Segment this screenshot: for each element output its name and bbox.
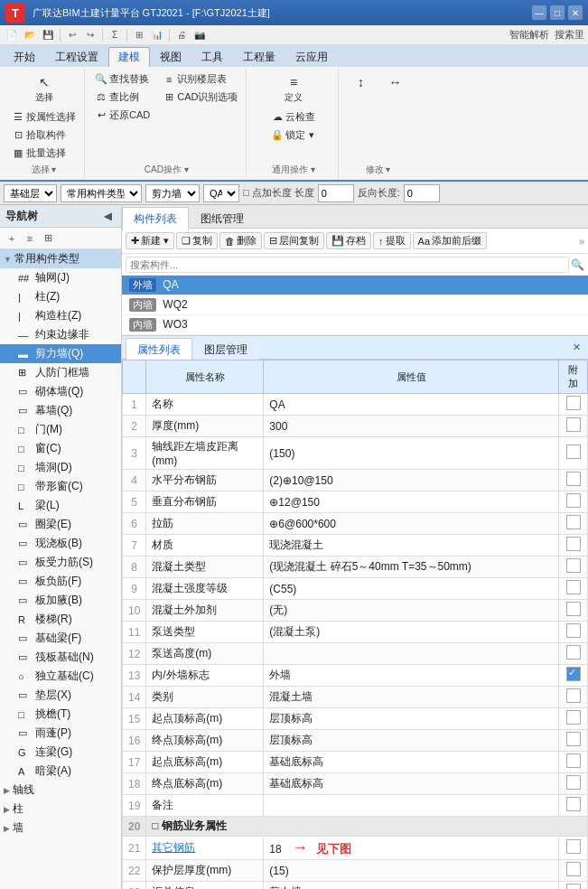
cloud-check-button[interactable]: ☁ 云检查 [266, 108, 320, 126]
floor-select[interactable]: 基础层 [4, 184, 57, 202]
nav-item-slab-rebar[interactable]: ▭ 板受力筋(S) [0, 553, 121, 572]
find-replace-button[interactable]: 🔍 查找替换 [90, 70, 154, 88]
nav-item-dark-beam[interactable]: A 暗梁(A) [0, 762, 121, 781]
prop-val-13[interactable]: 外墙 [264, 665, 559, 687]
batch-select-button[interactable]: ▦ 批量选择 [7, 145, 80, 162]
cb-19[interactable] [566, 797, 581, 811]
nav-item-curtain-wall[interactable]: ▭ 幕墙(Q) [0, 401, 121, 420]
nav-item-beam[interactable]: L 梁(L) [0, 496, 121, 515]
tab-tools[interactable]: 工具 [191, 47, 233, 67]
nav-item-neg-rebar[interactable]: ▭ 板负筋(F) [0, 572, 121, 591]
cb-5[interactable] [566, 493, 581, 508]
lock-button[interactable]: 🔒 锁定 ▾ [266, 126, 320, 144]
cb-14[interactable] [566, 688, 581, 703]
open-icon[interactable]: 📂 [22, 27, 38, 43]
grid-icon[interactable]: ⊞ [131, 27, 147, 43]
nav-item-door[interactable]: □ 门(M) [0, 420, 121, 439]
prop-val-21[interactable]: 18 → 见下图 [264, 837, 559, 860]
nav-item-wall-hole[interactable]: □ 墙洞(D) [0, 458, 121, 477]
prop-val-12[interactable] [264, 643, 559, 665]
tab-project-settings[interactable]: 工程设置 [45, 47, 108, 67]
comp-item-wq2[interactable]: 内墙 WQ2 [122, 295, 588, 315]
prop-val-3[interactable]: (150) [264, 437, 559, 470]
nav-item-slab-haunch[interactable]: ▭ 板加腋(B) [0, 591, 121, 610]
new-icon[interactable]: 📄 [4, 27, 20, 43]
prop-val-18[interactable]: 基础底标高 [264, 773, 559, 795]
print-icon[interactable]: 🖨 [173, 27, 190, 43]
nav-item-canopy2[interactable]: ▭ 雨蓬(P) [0, 724, 121, 743]
cb-15[interactable] [566, 710, 581, 725]
nav-item-pad[interactable]: ▭ 垫层(X) [0, 686, 121, 705]
expand-button[interactable]: » [579, 236, 584, 247]
floor-copy-button[interactable]: ⊟ 层间复制 [264, 232, 324, 249]
nav-item-foundation-beam[interactable]: ▭ 基础梁(F) [0, 629, 121, 648]
tab-drawing-mgmt[interactable]: 图纸管理 [189, 207, 256, 230]
cb-6[interactable] [566, 515, 581, 529]
nav-item-isolated-found[interactable]: ○ 独立基础(C) [0, 667, 121, 686]
tab-build[interactable]: 建模 [108, 47, 150, 67]
cb-17[interactable] [566, 753, 581, 768]
prop-val-11[interactable]: (混凝土泵) [264, 622, 559, 643]
comp-type-select[interactable]: 常用构件类型 [61, 184, 142, 202]
copy-comp-button[interactable]: ❑ 复制 [176, 232, 218, 249]
cb-16[interactable] [566, 732, 581, 746]
prop-val-5[interactable]: ⊕12@150 [264, 491, 559, 513]
nav-grid-icon[interactable]: ⊞ [40, 230, 56, 247]
prop-val-16[interactable]: 层顶标高 [264, 730, 559, 752]
tab-quantity[interactable]: 工程量 [233, 47, 285, 67]
nav-item-column[interactable]: | 柱(Z) [0, 287, 121, 306]
prop-val-1[interactable]: QA [264, 394, 559, 416]
cb-2[interactable] [566, 417, 581, 432]
select-button[interactable]: ↖ 选择 [28, 70, 61, 107]
props-close-button[interactable]: ✕ [568, 340, 584, 356]
nav-item-shear-wall[interactable]: ▬ 剪力墙(Q) [0, 344, 121, 363]
comp-item-wo3[interactable]: 内墙 WO3 [122, 315, 588, 335]
prop-val-9[interactable]: (C55) [264, 578, 559, 600]
prop-val-2[interactable]: 300 [264, 416, 559, 437]
undo-icon[interactable]: ↩ [64, 27, 80, 43]
close-button[interactable]: ✕ [568, 5, 583, 20]
attr-select-button[interactable]: ☰ 按属性选择 [7, 108, 80, 126]
prop-val-14[interactable]: 混凝土墙 [264, 687, 559, 708]
nav-item-window[interactable]: □ 窗(C) [0, 439, 121, 458]
pick-component-button[interactable]: ⊡ 拾取构件 [7, 126, 80, 144]
archive-button[interactable]: 💾 存档 [326, 232, 371, 249]
modify-button-1[interactable]: ↕ [344, 70, 377, 94]
link-other-rebar[interactable]: 其它钢筋 [152, 841, 195, 854]
cb-12[interactable] [566, 645, 581, 660]
floor-table-button[interactable]: ≡ 识别楼层表 [158, 70, 242, 88]
nav-item-axis[interactable]: ## 轴网(J) [0, 268, 121, 287]
cb-18[interactable] [566, 775, 581, 790]
tab-comp-list[interactable]: 构件列表 [122, 207, 189, 230]
cad-options-button[interactable]: ⊞ CAD识别选项 [158, 89, 242, 106]
modify-button-2[interactable]: ↔ [378, 70, 411, 94]
cb-7[interactable] [566, 537, 581, 551]
nav-item-canopy[interactable]: □ 挑檐(T) [0, 705, 121, 724]
nav-section-axis[interactable]: ▶ 轴线 [0, 781, 121, 800]
prop-val-10[interactable]: (无) [264, 600, 559, 622]
cb-3[interactable] [566, 444, 581, 459]
tab-cloud[interactable]: 云应用 [285, 47, 338, 67]
cb-11[interactable] [566, 623, 581, 638]
tab-start[interactable]: 开始 [4, 47, 45, 67]
nav-item-struct-column[interactable]: | 构造柱(Z) [0, 306, 121, 325]
tab-layer-mgmt[interactable]: 图层管理 [192, 338, 259, 361]
prop-val-7[interactable]: 现浇混凝土 [264, 535, 559, 557]
prop-val-4[interactable]: (2)⊕10@150 [264, 470, 559, 491]
nav-item-boundary[interactable]: — 约束边缘非 [0, 325, 121, 344]
nav-section-column[interactable]: ▶ 柱 [0, 800, 121, 819]
cb-13[interactable] [566, 667, 581, 681]
comp-item-qa[interactable]: 外墙 QA [122, 276, 588, 295]
nav-collapse-button[interactable]: ◀ [99, 208, 116, 224]
reverse-input[interactable] [404, 184, 440, 202]
length-input[interactable] [318, 184, 354, 202]
prop-val-19[interactable] [264, 795, 559, 817]
cb-1[interactable] [566, 396, 581, 410]
define-button[interactable]: ≡ 定义 [277, 70, 310, 107]
nav-item-ring-beam[interactable]: ▭ 圈梁(E) [0, 515, 121, 534]
tab-view[interactable]: 视图 [150, 47, 191, 67]
search-input[interactable] [126, 257, 569, 273]
cb-21[interactable] [566, 839, 581, 854]
prop-val-15[interactable]: 层顶标高 [264, 708, 559, 730]
new-comp-button[interactable]: ✚ 新建 ▾ [126, 232, 174, 249]
